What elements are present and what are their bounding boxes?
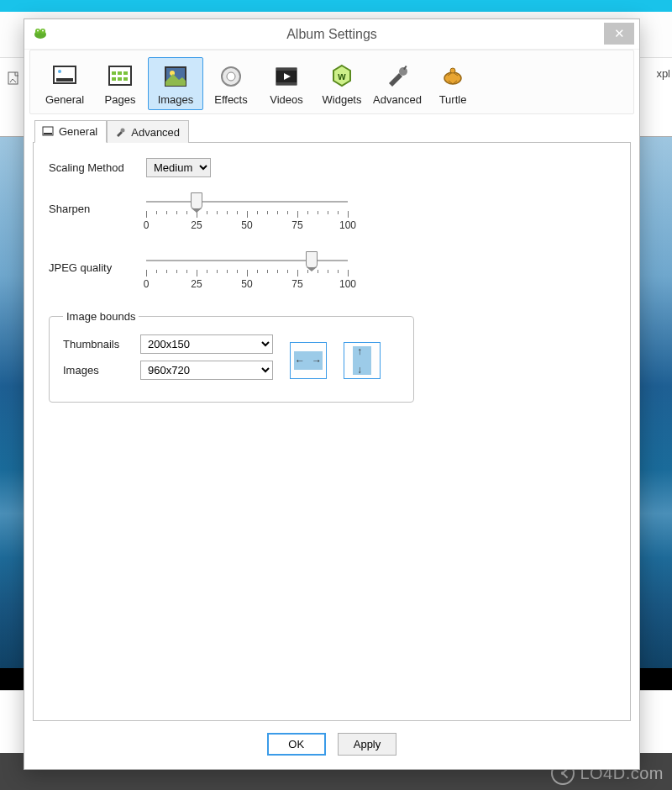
arrow-down-icon: ↓ [357, 364, 362, 376]
subtab-bar: General Advanced [34, 119, 631, 142]
general-mini-icon [42, 126, 54, 138]
svg-point-28 [444, 72, 461, 84]
svg-text:w: w [337, 71, 346, 82]
svg-rect-0 [8, 72, 18, 84]
scaling-method-row: Scaling Method Medium [49, 158, 615, 177]
dialog-titlebar: Album Settings ✕ [24, 19, 639, 50]
images-row: Images 960x720 [63, 361, 273, 380]
advanced-icon [384, 63, 411, 90]
thumbnails-label: Thumbnails [63, 338, 140, 350]
svg-rect-14 [118, 77, 122, 81]
image-bounds-legend: Image bounds [63, 310, 139, 323]
svg-point-4 [37, 30, 39, 32]
turtle-icon [439, 63, 466, 90]
videos-icon [273, 63, 300, 90]
arrow-left-icon: ← [295, 355, 305, 366]
dialog-button-row: OK Apply [24, 721, 639, 769]
bg-window-accent [0, 0, 672, 12]
jpeg-quality-row: JPEG quality 0255075100 [49, 251, 615, 292]
tab-advanced[interactable]: Advanced [370, 57, 425, 110]
close-button[interactable]: ✕ [604, 23, 634, 45]
sharpen-slider-thumb[interactable] [191, 192, 202, 209]
svg-rect-9 [109, 66, 131, 85]
tab-label: Advanced [373, 93, 422, 106]
images-select[interactable]: 960x720 [140, 361, 273, 380]
arrow-up-icon: ↑ [357, 345, 362, 357]
sharpen-label: Sharpen [49, 192, 146, 215]
tab-effects[interactable]: Effects [203, 57, 259, 110]
content-area: General Advanced Scaling Method Medium S… [24, 114, 639, 721]
sharpen-row: Sharpen 0255075100 [49, 192, 615, 233]
effects-icon [218, 63, 244, 90]
svg-rect-11 [118, 71, 122, 75]
album-settings-dialog: Album Settings ✕ General Pages Images Ef… [24, 18, 640, 770]
orientation-landscape-button[interactable]: ← → [290, 342, 327, 379]
tab-label: Images [158, 93, 194, 106]
ok-button[interactable]: OK [267, 733, 326, 756]
apply-button[interactable]: Apply [338, 733, 397, 756]
jpeg-quality-slider[interactable] [146, 251, 348, 270]
jpeg-quality-slider-thumb[interactable] [306, 251, 318, 268]
tab-label: Turtle [439, 93, 467, 106]
category-toolbar: General Pages Images Effects Videos w Wi… [29, 50, 634, 114]
dialog-title: Album Settings [286, 27, 377, 42]
svg-point-26 [399, 67, 407, 76]
tab-pages[interactable]: Pages [92, 57, 148, 110]
images-icon [162, 63, 189, 90]
general-icon [51, 63, 78, 90]
orientation-portrait-button[interactable]: ↑ ↓ [344, 342, 381, 379]
sharpen-slider[interactable] [146, 192, 348, 211]
thumbnails-select[interactable]: 200x150 [140, 334, 273, 354]
tab-label: Effects [214, 93, 248, 106]
svg-rect-10 [112, 71, 116, 75]
image-bounds-group: Image bounds Thumbnails 200x150 Images 9… [49, 310, 414, 403]
subtab-general[interactable]: General [34, 120, 107, 143]
svg-rect-7 [56, 78, 73, 82]
svg-rect-13 [112, 77, 116, 81]
tab-images[interactable]: Images [148, 57, 203, 110]
scaling-method-select[interactable]: Medium [146, 158, 211, 177]
tab-videos[interactable]: Videos [259, 57, 314, 110]
document-icon [7, 71, 22, 87]
jpeg-quality-label: JPEG quality [49, 251, 146, 274]
close-icon: ✕ [614, 26, 625, 41]
svg-point-8 [58, 70, 61, 73]
scaling-method-label: Scaling Method [49, 161, 146, 174]
svg-point-32 [121, 129, 125, 133]
subtab-label: General [59, 125, 97, 138]
wrench-icon [114, 126, 126, 138]
tab-widgets[interactable]: w Widgets [314, 57, 370, 110]
svg-rect-12 [123, 71, 128, 75]
svg-point-5 [42, 30, 44, 32]
images-label: Images [63, 364, 140, 377]
svg-rect-15 [123, 77, 128, 81]
thumbnails-row: Thumbnails 200x150 [63, 334, 273, 354]
arrow-right-icon: → [312, 355, 322, 366]
svg-rect-31 [44, 133, 52, 134]
pages-icon [107, 63, 134, 90]
app-icon [33, 26, 48, 41]
tab-turtle[interactable]: Turtle [425, 57, 480, 110]
tab-label: General [45, 93, 84, 106]
tab-label: Videos [270, 93, 303, 106]
tab-general[interactable]: General [37, 57, 92, 110]
bg-right-fragment: xpl [656, 67, 670, 80]
svg-point-19 [227, 72, 235, 81]
subtab-advanced[interactable]: Advanced [107, 120, 189, 143]
tab-label: Widgets [323, 93, 362, 106]
tab-label: Pages [105, 93, 136, 106]
subtab-label: Advanced [131, 126, 180, 139]
svg-point-29 [450, 68, 455, 73]
svg-rect-22 [276, 82, 297, 85]
settings-panel: Scaling Method Medium Sharpen 0255075100 [33, 142, 631, 721]
widgets-icon: w [328, 63, 355, 90]
svg-rect-21 [276, 68, 297, 71]
